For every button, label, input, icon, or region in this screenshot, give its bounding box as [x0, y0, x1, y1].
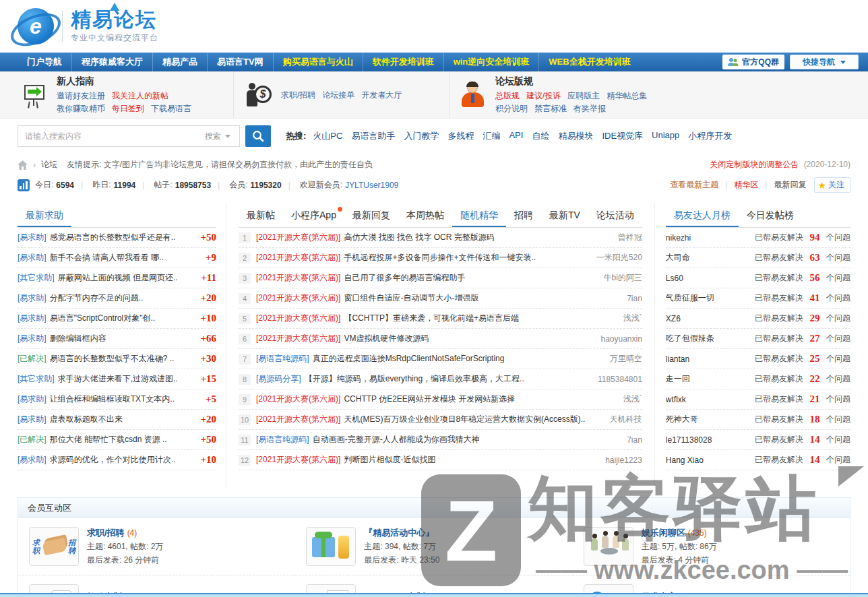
forum-title[interactable]: 求职/招聘 [87, 528, 125, 538]
member-name[interactable]: 走一回 [666, 373, 755, 385]
quick-nav-button[interactable]: 快捷导航 [790, 55, 859, 69]
post-author[interactable]: 万里晴空 [610, 353, 642, 365]
post-list-item[interactable]: 7 [易语言纯源码] 真正的远程桌面连接MsRdpClientNotSafeFo… [239, 349, 642, 369]
nav-item[interactable]: 购买易语言与火山 [273, 53, 363, 71]
post-author[interactable]: 一米阳光520 [596, 252, 642, 263]
forum-cell-chat[interactable]: 娱乐闲聊区(435) 主题: 5万, 帖数: 86万 最后发表: 4 分钟前 [573, 518, 850, 575]
post-author[interactable]: 浅浅` [623, 313, 642, 324]
post-list-item[interactable]: 6 [2021开源大赛(第六届)] VM虚拟机硬件修改源码 haoyuanxin [239, 329, 642, 349]
hot-search-link[interactable]: 多线程 [447, 130, 474, 142]
help-list-item[interactable]: [其它求助] 屏蔽网站上面的视频 但是网页还.. +11 [18, 268, 216, 288]
rank-list-item[interactable]: liantan 已帮易友解决 25 个问题 [666, 349, 850, 369]
ranking-tab[interactable]: 今日发帖榜 [739, 203, 802, 227]
featured-tab[interactable]: 小程序App [283, 203, 344, 227]
hot-search-link[interactable]: 易语言助手 [351, 130, 395, 142]
info-link[interactable]: 精华帖总集 [607, 91, 647, 100]
help-list-item[interactable]: [易求助] 让组合框和编辑框读取TXT文本内.. +5 [18, 389, 216, 410]
qq-group-button[interactable]: 官方QQ群 [722, 55, 784, 69]
nav-item[interactable]: win逆向安全培训班 [443, 53, 539, 71]
rank-list-item[interactable]: le171138028 已帮易友解决 14 个问题 [666, 430, 850, 450]
info-link[interactable]: 有奖举报 [574, 104, 606, 113]
rank-list-item[interactable]: 吃了包假辣条 已帮易友解决 27 个问题 [666, 329, 850, 349]
info-link[interactable]: 应聘版主 [567, 91, 600, 100]
help-list-item[interactable]: [易求助] 虚表取标题取不出来 +20 [18, 410, 216, 430]
help-list-item[interactable]: [易求助] 分配字节内存不足的问题.. +20 [18, 288, 216, 309]
help-list-item[interactable]: [易求助] 易语言"ScriptControl对象"创.. +10 [18, 309, 216, 329]
forum-title[interactable]: 娱乐闲聊区 [642, 528, 685, 538]
info-link[interactable]: 论坛接单 [322, 90, 354, 100]
post-author[interactable]: 浅浅` [623, 394, 642, 405]
member-name[interactable]: XZ6 [666, 314, 755, 323]
help-list-item[interactable]: [已解决] 易语言的长整数型似乎不太准确? .. +30 [18, 349, 216, 369]
help-list-item[interactable]: [易求助] 新手不会搞 请高人帮我看看 哪.. +9 [18, 248, 216, 268]
search-button[interactable] [245, 125, 271, 147]
hot-search-link[interactable]: 小程序开发 [688, 130, 732, 142]
member-name[interactable]: Hang Xiao [666, 455, 755, 465]
rank-list-item[interactable]: 气质征服一切 已帮易友解决 41 个问题 [666, 288, 850, 309]
info-link[interactable]: 每日签到 [112, 104, 144, 113]
rank-list-item[interactable]: Ls60 已帮易友解决 56 个问题 [666, 268, 850, 288]
post-author[interactable]: 天机科技 [610, 414, 642, 425]
announcement-link[interactable]: 关闭定制版块的调整公告 [710, 160, 799, 169]
rank-list-item[interactable]: 大司命 已帮易友解决 63 个问题 [666, 248, 850, 268]
hot-search-link[interactable]: API [509, 130, 523, 142]
tab-latest-help[interactable]: 最新求助 [18, 203, 71, 227]
featured-tab[interactable]: 本周热帖 [398, 203, 452, 227]
info-link[interactable]: 开发者大厅 [361, 90, 402, 100]
member-name[interactable]: 气质征服一切 [666, 292, 755, 304]
hot-search-link[interactable]: 汇编 [483, 130, 500, 142]
post-author[interactable]: 7ian [627, 435, 642, 445]
post-author[interactable]: haoyuanxin [600, 334, 642, 344]
help-list-item[interactable]: [易求助] 删除编辑框内容 +66 [18, 329, 216, 349]
info-link[interactable]: 教你赚取精币 [57, 104, 105, 113]
forum-title[interactable]: 『精易活动中心』 [364, 528, 434, 538]
info-link[interactable]: 我关注人的新帖 [112, 91, 168, 100]
post-author[interactable]: haijie1223 [605, 455, 642, 465]
breadcrumb-forum-link[interactable]: 论坛 [41, 159, 57, 170]
hot-search-link[interactable]: 精易模块 [558, 130, 593, 142]
hot-search-link[interactable]: 自绘 [532, 130, 549, 142]
ranking-tab[interactable]: 易友达人月榜 [666, 203, 739, 227]
nav-item[interactable]: WEB全栈开发培训班 [538, 53, 640, 71]
featured-tab[interactable]: 论坛活动 [588, 203, 642, 227]
member-name[interactable]: le171138028 [666, 435, 755, 445]
post-author[interactable]: 7ian [627, 294, 642, 303]
rank-list-item[interactable]: 死神大哥 已帮易友解决 18 个问题 [666, 410, 850, 430]
digest-area-link[interactable]: 精华区 [734, 179, 758, 191]
info-link[interactable]: 总版规 [495, 91, 520, 100]
latest-topics-link[interactable]: 查看最新主题 [670, 179, 718, 191]
nav-item[interactable]: 精易产品 [152, 53, 207, 71]
hot-search-link[interactable]: Uniapp [652, 130, 679, 142]
member-name[interactable]: 大司命 [666, 252, 755, 263]
post-list-item[interactable]: 8 [易源码分享] 【开源】纯源码，易版everything，编译后效率极高，大… [239, 369, 642, 389]
info-link[interactable]: 积分说明 [495, 104, 528, 113]
rank-list-item[interactable]: XZ6 已帮易友解决 29 个问题 [666, 309, 850, 329]
forum-cell-activity-center[interactable]: 『精易活动中心』 主题: 394, 帖数: 7万 最后发表: 昨天 23:50 [295, 518, 572, 575]
post-list-item[interactable]: 11 [易语言纯源码] 自动画画-完整开源-人人都能成为你画我猜大神 7ian [239, 430, 642, 450]
nav-item[interactable]: 易语言TV网 [207, 53, 273, 71]
post-list-item[interactable]: 10 [2021开源大赛(第六届)] 天机(MES)百万级企业创业项目8年稳定运… [239, 410, 642, 430]
member-name[interactable]: wtflxk [666, 395, 755, 404]
post-author[interactable]: 曾祥冠 [618, 232, 642, 243]
nav-item[interactable]: 程序猿威客大厅 [71, 53, 152, 71]
search-input[interactable] [18, 131, 196, 141]
latest-replies-link[interactable]: 最新回复 [774, 179, 806, 191]
rank-list-item[interactable]: wtflxk 已帮易友解决 21 个问题 [666, 389, 850, 410]
hot-search-link[interactable]: 火山PC [313, 130, 342, 142]
post-list-item[interactable]: 12 [2021开源大赛(第六届)] 判断图片相似度-近似找图 haijie12… [239, 450, 642, 470]
info-link[interactable]: 求职/招聘 [281, 90, 315, 100]
featured-tab[interactable]: 最新帖 [239, 203, 283, 227]
member-name[interactable]: nikezhi [666, 233, 755, 243]
forum-cell-jobs[interactable]: 求职招聘 求职/招聘(4) 主题: 4601, 帖数: 2万 最后发表: 26 … [18, 518, 295, 575]
info-link[interactable]: 建议/投诉 [526, 91, 561, 100]
post-list-item[interactable]: 3 [2021开源大赛(第六届)] 自己用了很多年的易语言编程助手 牛bi的阿三 [239, 268, 642, 288]
hot-search-link[interactable]: 入门教学 [404, 130, 439, 142]
site-logo[interactable]: e 精易论坛 专业中文编程交流平台 [18, 8, 158, 44]
nav-item[interactable]: 软件开发培训班 [363, 53, 443, 71]
post-list-item[interactable]: 5 [2021开源大赛(第六届)] 【CCHTTP】重磅来袭，可视化前端+易语言… [239, 309, 642, 329]
info-link[interactable]: 禁言标准 [534, 104, 567, 113]
search-type-select[interactable]: 搜索 [196, 131, 239, 142]
featured-tab[interactable]: 最新回复 [344, 203, 398, 227]
featured-tab[interactable]: 最新TV [541, 203, 588, 227]
post-author[interactable]: 1185384801 [598, 375, 642, 384]
